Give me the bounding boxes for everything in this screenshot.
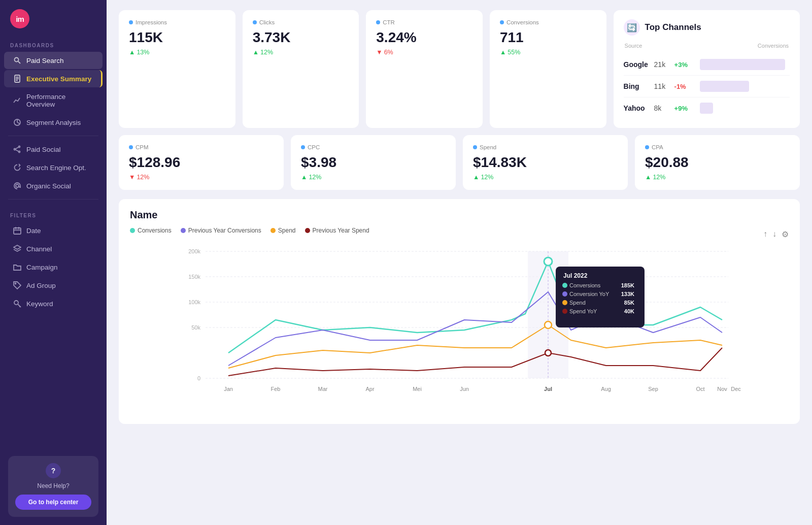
dot-spend-jul	[545, 321, 552, 329]
metric-value-spend: $14.83K	[473, 154, 618, 171]
metric-label-clicks: Clicks	[253, 19, 349, 25]
chart-wrap: 200k 150k 100k 50k 0	[130, 241, 789, 414]
svg-text:0: 0	[197, 375, 200, 381]
metric-label-cpc: CPC	[301, 144, 446, 150]
svg-text:Conversion YoY: Conversion YoY	[569, 291, 610, 297]
top-channels-title: Top Channels	[645, 22, 701, 32]
sidebar-item-campaign[interactable]: Campaign	[4, 258, 103, 276]
tc-pct-yahoo: +9%	[674, 105, 695, 112]
key-icon	[13, 300, 21, 308]
svg-text:Spend YoY: Spend YoY	[569, 308, 597, 314]
sidebar-item-paid-social[interactable]: Paid Social	[4, 141, 103, 158]
dashboards-label: DASHBOARDS	[0, 34, 107, 51]
svg-text:Conversions: Conversions	[569, 282, 601, 288]
metric-dot-conversions	[500, 20, 504, 24]
metric-value-cpc: $3.98	[301, 154, 446, 171]
svg-text:Jan: Jan	[224, 386, 233, 392]
svg-point-10	[14, 149, 16, 150]
svg-text:Dec: Dec	[731, 386, 741, 392]
arrow-up-cpc: ▲	[301, 174, 307, 181]
legend-dot-spend	[270, 228, 276, 233]
metrics-row-1: Impressions 115K ▲ 13% Clicks 3.73K ▲ 12…	[119, 10, 800, 128]
metric-value-clicks: 3.73K	[253, 29, 349, 46]
legend-spend: Spend	[270, 227, 296, 234]
folder-icon	[13, 263, 21, 271]
svg-text:Nov: Nov	[717, 386, 727, 392]
sidebar-item-performance-overview[interactable]: Performance Overview	[4, 88, 103, 113]
legend-conversions: Conversions	[130, 227, 172, 234]
svg-text:133K: 133K	[621, 291, 634, 297]
arrow-up-spend: ▲	[473, 174, 479, 181]
metric-card-clicks: Clicks 3.73K ▲ 12%	[243, 10, 359, 128]
sidebar-item-search-engine-opt[interactable]: Search Engine Opt.	[4, 159, 103, 176]
sidebar-item-channel[interactable]: Channel	[4, 240, 103, 257]
metric-label-conversions: Conversions	[500, 19, 596, 25]
metric-change-ctr: ▼ 6%	[376, 49, 472, 56]
top-channels-row-google: Google 21k +3%	[624, 54, 790, 76]
chart-upload-button[interactable]: ↑	[763, 229, 767, 239]
svg-point-20	[15, 283, 16, 284]
help-center-button[interactable]: Go to help center	[15, 495, 91, 510]
svg-line-22	[18, 304, 21, 307]
svg-marker-19	[14, 245, 21, 249]
pie-icon	[13, 118, 21, 126]
chart-card: Name Conversions Previous Year Conversio…	[119, 199, 800, 424]
svg-point-11	[19, 151, 20, 153]
svg-text:200k: 200k	[188, 248, 200, 254]
metric-card-impressions: Impressions 115K ▲ 13%	[119, 10, 235, 128]
share-icon	[13, 145, 21, 153]
sidebar-item-ad-group[interactable]: Ad Group	[4, 277, 103, 294]
metric-change-cpm: ▼ 12%	[129, 174, 274, 181]
metric-card-conversions: Conversions 711 ▲ 55%	[490, 10, 606, 128]
sidebar-item-date[interactable]: Date	[4, 222, 103, 239]
sidebar-item-organic-social[interactable]: Organic Social	[4, 177, 103, 194]
chart-actions: ↑ ↓ ⚙	[763, 229, 789, 239]
svg-text:Jun: Jun	[460, 386, 469, 392]
file-icon	[13, 75, 21, 83]
line-conversions	[228, 261, 722, 353]
sidebar-item-segment-analysis[interactable]: Segment Analysis	[4, 114, 103, 131]
tc-pct-google: +3%	[674, 61, 695, 69]
svg-line-8	[17, 122, 20, 124]
at-icon	[13, 182, 21, 190]
svg-text:Spend: Spend	[569, 300, 586, 306]
svg-point-59	[562, 309, 567, 314]
tc-bar-wrap-bing	[700, 81, 790, 92]
sidebar-bottom: ? Need Help? Go to help center	[0, 448, 107, 525]
sidebar-item-paid-search[interactable]: Paid Search	[4, 52, 103, 69]
legend-prev-conversions: Previous Year Conversions	[181, 227, 261, 234]
tc-bar-wrap-google	[700, 59, 790, 70]
svg-rect-15	[14, 228, 21, 234]
legend-prev-spend: Previous Year Spend	[305, 227, 369, 234]
metrics-row-2: CPM $128.96 ▼ 12% CPC $3.98 ▲ 12% Spend	[119, 135, 800, 190]
metric-dot-cpa	[645, 145, 649, 149]
svg-line-13	[15, 150, 18, 151]
tc-bar-wrap-yahoo	[700, 103, 790, 114]
sidebar-item-executive-summary[interactable]: Executive Summary	[4, 70, 103, 87]
top-channels-col-headers: Source Conversions	[624, 43, 790, 49]
logo-area: im	[0, 0, 107, 34]
svg-line-12	[15, 147, 18, 149]
line-prev-spend	[228, 348, 722, 376]
sidebar-item-keyword[interactable]: Keyword	[4, 295, 103, 312]
tc-bar-yahoo	[700, 103, 714, 114]
svg-point-9	[19, 146, 20, 148]
svg-text:Mei: Mei	[413, 386, 422, 392]
svg-point-50	[562, 283, 567, 288]
metric-label-cpm: CPM	[129, 144, 274, 150]
refresh-icon	[13, 163, 21, 172]
metric-dot-cpc	[301, 145, 305, 149]
tc-source-bing: Bing	[624, 82, 654, 90]
top-channels-row-bing: Bing 11k -1%	[624, 76, 790, 97]
search-icon	[13, 56, 21, 64]
metric-change-spend: ▲ 12%	[473, 174, 618, 181]
chart-download-button[interactable]: ↓	[772, 229, 776, 239]
svg-point-21	[14, 301, 18, 305]
chart-settings-button[interactable]: ⚙	[782, 229, 789, 239]
sidebar-label-executive-summary: Executive Summary	[26, 75, 91, 83]
tc-count-google: 21k	[654, 60, 674, 69]
svg-text:40K: 40K	[624, 308, 634, 314]
svg-text:Oct: Oct	[696, 386, 704, 392]
arrow-up-conversions: ▲	[500, 49, 506, 56]
app-logo: im	[10, 9, 29, 28]
